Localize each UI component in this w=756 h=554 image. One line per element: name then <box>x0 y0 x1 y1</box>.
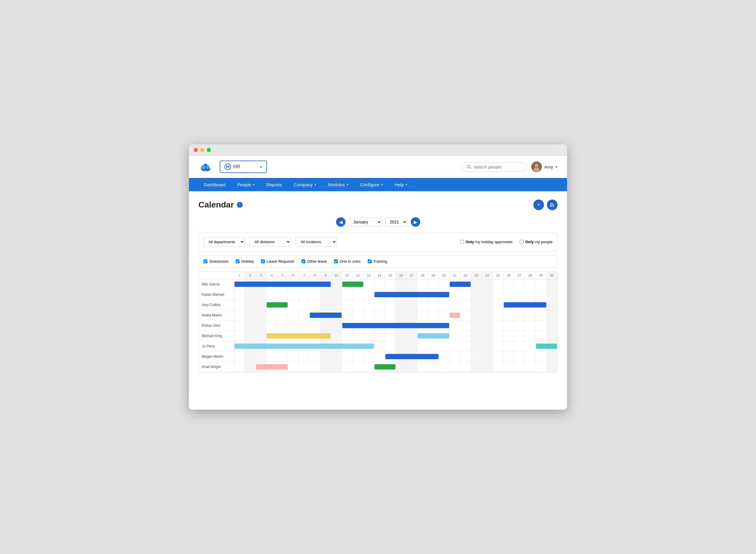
day-cell-25[interactable] <box>493 362 503 372</box>
day-cell-14[interactable] <box>374 351 385 362</box>
day-cell-1[interactable] <box>234 362 245 372</box>
day-cell-2[interactable] <box>245 310 255 320</box>
day-cell-20[interactable] <box>439 300 449 310</box>
day-cell-29[interactable] <box>536 289 546 299</box>
day-cell-18[interactable] <box>417 362 428 372</box>
day-cell-23[interactable] <box>471 279 482 289</box>
sicknesses-checkbox[interactable] <box>203 260 207 263</box>
day-cell-11[interactable] <box>342 362 353 372</box>
day-cell-11[interactable] <box>342 300 353 310</box>
day-cell-7[interactable] <box>299 289 309 299</box>
day-cell-6[interactable] <box>288 289 299 299</box>
day-cell-24[interactable] <box>482 351 493 362</box>
day-cell-25[interactable] <box>493 341 503 351</box>
day-cell-15[interactable] <box>385 341 396 351</box>
day-cell-29[interactable] <box>536 331 546 341</box>
day-cell-12[interactable] <box>353 289 363 299</box>
day-cell-10[interactable] <box>331 362 342 372</box>
holiday-approvers-checkbox[interactable] <box>460 240 464 244</box>
day-cell-2[interactable] <box>245 289 255 299</box>
day-cell-24[interactable] <box>482 310 493 320</box>
day-cell-22[interactable] <box>460 310 471 320</box>
day-cell-23[interactable] <box>471 289 482 299</box>
day-cell-27[interactable] <box>514 310 525 320</box>
traffic-light-red[interactable] <box>194 148 198 152</box>
user-area[interactable]: Amy ▾ <box>531 161 558 172</box>
day-cell-25[interactable] <box>493 321 503 331</box>
other-leave-checkbox[interactable] <box>302 260 305 263</box>
one-to-ones-checkbox[interactable] <box>334 260 338 263</box>
day-cell-6[interactable] <box>288 351 299 362</box>
day-cell-4[interactable] <box>266 310 277 320</box>
calendar-bar[interactable] <box>342 323 449 328</box>
day-cell-21[interactable] <box>449 289 460 299</box>
day-cell-17[interactable] <box>406 362 417 372</box>
day-cell-23[interactable] <box>471 351 482 362</box>
day-cell-13[interactable] <box>363 362 374 372</box>
day-cell-21[interactable] <box>449 362 460 372</box>
day-cell-9[interactable] <box>320 300 331 310</box>
day-cell-12[interactable] <box>353 300 363 310</box>
day-cell-22[interactable] <box>460 351 471 362</box>
day-cell-14[interactable] <box>374 279 385 289</box>
day-cell-25[interactable] <box>493 310 503 320</box>
day-cell-25[interactable] <box>493 331 503 341</box>
day-cell-14[interactable] <box>374 310 385 320</box>
calendar-bar[interactable] <box>235 282 331 287</box>
day-cell-2[interactable] <box>245 362 255 372</box>
day-cell-11[interactable] <box>342 351 353 362</box>
day-cell-18[interactable] <box>417 279 428 289</box>
day-cell-17[interactable] <box>406 310 417 320</box>
day-cell-10[interactable] <box>331 331 342 341</box>
calendar-bar[interactable] <box>386 354 439 359</box>
day-cell-9[interactable] <box>320 289 331 299</box>
calendar-bar[interactable] <box>504 302 546 308</box>
calendar-bar[interactable] <box>267 302 288 308</box>
day-cell-10[interactable] <box>331 300 342 310</box>
day-cell-28[interactable] <box>525 341 536 351</box>
day-cell-28[interactable] <box>525 351 536 362</box>
day-cell-2[interactable] <box>245 351 255 362</box>
day-cell-24[interactable] <box>482 362 493 372</box>
day-cell-27[interactable] <box>514 362 525 372</box>
day-cell-25[interactable] <box>493 300 503 310</box>
calendar-bar[interactable] <box>450 282 471 287</box>
department-filter[interactable]: All departments <box>203 237 245 247</box>
day-cell-2[interactable] <box>245 300 255 310</box>
day-cell-28[interactable] <box>525 331 536 341</box>
day-cell-8[interactable] <box>309 321 320 331</box>
day-cell-12[interactable] <box>353 362 363 372</box>
day-cell-17[interactable] <box>406 331 417 341</box>
day-cell-16[interactable] <box>396 341 406 351</box>
day-cell-2[interactable] <box>245 321 255 331</box>
day-cell-6[interactable] <box>288 321 299 331</box>
calendar-bar[interactable] <box>235 343 374 349</box>
day-cell-22[interactable] <box>460 321 471 331</box>
day-cell-13[interactable] <box>363 300 374 310</box>
day-cell-18[interactable] <box>417 341 428 351</box>
day-cell-27[interactable] <box>514 341 525 351</box>
legend-one-to-ones[interactable]: One to ones <box>334 259 361 264</box>
day-cell-29[interactable] <box>536 321 546 331</box>
day-cell-21[interactable] <box>449 331 460 341</box>
legend-training[interactable]: Training <box>368 259 387 264</box>
day-cell-24[interactable] <box>482 300 493 310</box>
day-cell-22[interactable] <box>460 362 471 372</box>
traffic-light-green[interactable] <box>207 148 211 152</box>
day-cell-1[interactable] <box>234 351 245 362</box>
day-cell-22[interactable] <box>460 300 471 310</box>
day-cell-28[interactable] <box>525 321 536 331</box>
day-cell-9[interactable] <box>320 351 331 362</box>
calendar-bar[interactable] <box>267 333 331 339</box>
day-cell-17[interactable] <box>406 279 417 289</box>
calendar-bar[interactable] <box>374 364 395 370</box>
day-cell-26[interactable] <box>504 362 514 372</box>
day-cell-21[interactable] <box>449 351 460 362</box>
day-cell-29[interactable] <box>536 310 546 320</box>
day-cell-7[interactable] <box>299 300 309 310</box>
legend-sicknesses[interactable]: Sicknesses <box>203 259 229 264</box>
nav-company[interactable]: Company ▾ <box>289 178 321 191</box>
day-cell-8[interactable] <box>309 300 320 310</box>
day-cell-10[interactable] <box>331 321 342 331</box>
day-cell-10[interactable] <box>331 289 342 299</box>
